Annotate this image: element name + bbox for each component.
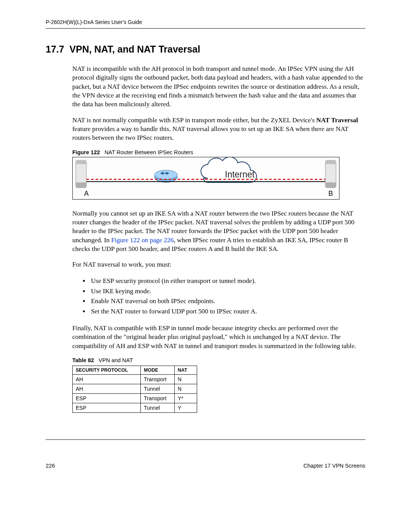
figure-caption: Figure 122 NAT Router Between IPSec Rout…	[46, 149, 365, 155]
paragraph-5: Finally, NAT is compatible with ESP in t…	[46, 324, 365, 350]
svg-rect-1	[76, 160, 86, 164]
paragraph-1: NAT is incompatible with the AH protocol…	[46, 64, 365, 109]
paragraph-3: Normally you cannot set up an IKE SA wit…	[46, 209, 365, 254]
svg-point-7	[155, 170, 177, 179]
list-item: Set the NAT router to forward UDP port 5…	[89, 307, 365, 317]
paragraph-2-post: feature provides a way to handle this. N…	[72, 125, 348, 141]
table-header-cell: SECURITY PROTOCOL	[73, 366, 141, 375]
page-header-title: P-2602H(W)(L)-DxA Series User's Guide	[46, 19, 365, 25]
table-cell: Y*	[175, 394, 197, 403]
list-item: Enable NAT traversal on both IPSec endpo…	[89, 296, 365, 307]
figure-svg	[73, 157, 339, 199]
internet-label: Internet	[225, 169, 255, 180]
table-cell: Transport	[141, 375, 175, 384]
section-title: VPN, NAT, and NAT Traversal	[70, 44, 201, 54]
paragraph-2-bold: NAT Traversal	[316, 117, 358, 124]
page-footer: 226 Chapter 17 VPN Screens	[46, 463, 365, 469]
paragraph-2-pre: NAT is not normally compatible with ESP …	[72, 117, 316, 124]
table-cell: N	[175, 384, 197, 394]
figure-node-a-label: A	[84, 190, 89, 198]
figure-diagram: Internet A B	[72, 157, 339, 200]
requirements-list: Use ESP security protocol (in either tra…	[46, 276, 365, 317]
paragraph-4: For NAT traversal to work, you must:	[46, 260, 365, 269]
svg-rect-4	[325, 160, 336, 164]
table-cell: ESP	[73, 403, 141, 413]
table-cell: Tunnel	[141, 384, 175, 394]
table-cell: Y	[175, 403, 197, 413]
svg-rect-2	[76, 182, 86, 188]
table-cell: ESP	[73, 394, 141, 403]
table-cell: AH	[73, 384, 141, 394]
crossref-link[interactable]: Figure 122 on page 226	[111, 236, 174, 244]
header-rule	[46, 28, 365, 29]
table-cell: N	[175, 375, 197, 384]
table-row: AH Tunnel N	[73, 384, 197, 394]
nat-router-icon	[155, 170, 177, 182]
table-caption-text: VPN and NAT	[99, 357, 133, 363]
svg-rect-5	[325, 182, 336, 188]
figure-node-b-label: B	[328, 190, 333, 198]
table-row: AH Transport N	[73, 375, 197, 384]
list-item: Use ESP security protocol (in either tra…	[89, 276, 365, 286]
section-number: 17.7	[46, 44, 64, 54]
table-row: ESP Transport Y*	[73, 394, 197, 403]
figure-label: Figure 122	[72, 149, 100, 155]
table-caption: Table 82 VPN and NAT	[46, 357, 365, 363]
figure-caption-text: NAT Router Between IPSec Routers	[105, 149, 193, 155]
footer-page-number: 226	[46, 463, 55, 469]
table-cell: Tunnel	[141, 403, 175, 413]
list-item: Use IKE keying mode.	[89, 286, 365, 297]
paragraph-2: NAT is not normally compatible with ESP …	[46, 116, 365, 142]
table-cell: Transport	[141, 394, 175, 403]
router-a-icon	[76, 160, 86, 188]
table-label: Table 82	[72, 357, 94, 363]
table-row: ESP Tunnel Y	[73, 403, 197, 413]
footer-chapter: Chapter 17 VPN Screens	[303, 463, 365, 469]
table-cell: AH	[73, 375, 141, 384]
table-header-cell: MODE	[141, 366, 175, 375]
table-header-cell: NAT	[175, 366, 197, 375]
vpn-nat-table: SECURITY PROTOCOL MODE NAT AH Transport …	[72, 366, 197, 413]
table-header-row: SECURITY PROTOCOL MODE NAT	[73, 366, 197, 375]
router-b-icon	[325, 160, 336, 188]
section-heading: 17.7 VPN, NAT, and NAT Traversal	[46, 44, 365, 55]
footer-rule	[46, 439, 365, 440]
